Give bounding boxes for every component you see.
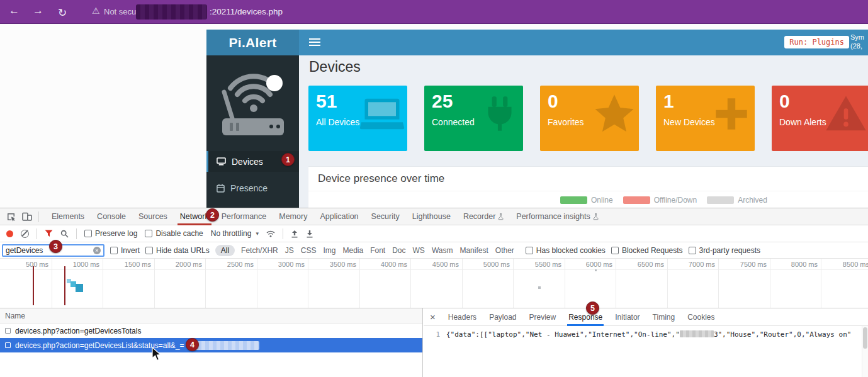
tick-label: 4500 ms bbox=[432, 261, 459, 268]
disable-cache-checkbox[interactable]: Disable cache bbox=[145, 229, 203, 238]
filter-type-other[interactable]: Other bbox=[495, 246, 515, 255]
network-filter-input[interactable] bbox=[6, 246, 86, 255]
checkbox-icon bbox=[689, 247, 696, 254]
url-text[interactable]: :20211/devices.php bbox=[210, 7, 283, 16]
pialert-logo[interactable]: Pi.Alert bbox=[206, 30, 299, 55]
sidebar-item-presence[interactable]: Presence bbox=[206, 177, 299, 198]
tab-application[interactable]: Application bbox=[313, 208, 364, 225]
invert-checkbox[interactable]: Invert bbox=[110, 246, 140, 255]
experiment-flask-icon bbox=[498, 213, 504, 220]
tab-initiator[interactable]: Initiator bbox=[609, 308, 646, 326]
gridline bbox=[205, 259, 206, 308]
tab-console[interactable]: Console bbox=[91, 208, 132, 225]
request-name-column-header[interactable]: Name bbox=[0, 308, 422, 324]
device-toolbar-icon[interactable] bbox=[22, 212, 32, 221]
tab-timing[interactable]: Timing bbox=[646, 308, 682, 326]
blocked-requests-checkbox[interactable]: Blocked Requests bbox=[611, 246, 683, 255]
has-blocked-cookies-checkbox[interactable]: Has blocked cookies bbox=[526, 246, 606, 255]
checkbox-label: Disable cache bbox=[155, 229, 203, 238]
back-icon[interactable]: ← bbox=[9, 4, 20, 17]
tab-response[interactable]: Response bbox=[562, 308, 609, 326]
gridline bbox=[103, 259, 103, 308]
filter-type-js[interactable]: JS bbox=[285, 246, 295, 255]
refresh-icon[interactable]: ↻ bbox=[58, 6, 67, 20]
record-icon[interactable] bbox=[6, 230, 13, 237]
filter-type-media[interactable]: Media bbox=[342, 246, 364, 255]
legend-item-offline[interactable]: Offline/Down bbox=[623, 196, 697, 205]
filter-type-font[interactable]: Font bbox=[369, 246, 386, 255]
throttling-value: No throttling bbox=[211, 229, 252, 238]
annotation-badge-1: 1 bbox=[281, 153, 295, 166]
tick-label: 6000 ms bbox=[586, 261, 612, 268]
tab-performance-insights[interactable]: Performance insights bbox=[510, 208, 604, 225]
star-icon bbox=[592, 93, 636, 136]
card-down-alerts[interactable]: 0 Down Alerts bbox=[772, 86, 868, 151]
scrollbar[interactable] bbox=[862, 326, 868, 377]
tab-recorder[interactable]: Recorder bbox=[457, 208, 510, 225]
card-favorites[interactable]: 0 Favorites bbox=[540, 86, 639, 151]
card-all-devices[interactable]: 51 All Devices bbox=[308, 86, 407, 151]
request-row[interactable]: devices.php?action=getDevicesTotals bbox=[0, 324, 422, 338]
not-secure-warning-icon[interactable]: ⚠ bbox=[92, 6, 100, 16]
preserve-log-checkbox[interactable]: Preserve log bbox=[84, 229, 137, 238]
tab-headers[interactable]: Headers bbox=[442, 308, 483, 326]
filter-funnel-icon[interactable] bbox=[45, 230, 53, 237]
run-plugins-button[interactable]: Run: Plugins bbox=[784, 36, 849, 48]
export-har-icon[interactable] bbox=[306, 230, 313, 238]
tab-lighthouse[interactable]: Lighthouse bbox=[406, 208, 457, 225]
divider bbox=[283, 228, 283, 239]
annotation-badge-4: 4 bbox=[186, 338, 199, 351]
tick-label: 1000 ms bbox=[73, 261, 99, 268]
tab-memory[interactable]: Memory bbox=[273, 208, 313, 225]
third-party-requests-checkbox[interactable]: 3rd-party requests bbox=[689, 246, 760, 255]
tab-payload[interactable]: Payload bbox=[483, 308, 522, 326]
tab-performance[interactable]: Performance bbox=[215, 208, 273, 225]
tick-label: 2000 ms bbox=[176, 261, 202, 268]
checkbox-label: Blocked Requests bbox=[622, 246, 683, 255]
devtools-panel: Elements Console Sources Network Perform… bbox=[0, 208, 868, 377]
import-har-icon[interactable] bbox=[291, 230, 298, 238]
annotation-badge-3: 3 bbox=[49, 240, 62, 253]
request-row-selected[interactable]: devices.php?action=getDevicesList&status… bbox=[0, 338, 422, 352]
legend-item-online[interactable]: Online bbox=[560, 196, 613, 205]
tab-elements[interactable]: Elements bbox=[45, 208, 91, 225]
card-connected[interactable]: 25 Connected bbox=[424, 86, 523, 151]
response-prefix: {"data":[["laptop","Net - Huawei","Inter… bbox=[446, 330, 680, 339]
legend-item-archived[interactable]: Archived bbox=[707, 196, 767, 205]
card-new-devices[interactable]: 1 New Devices bbox=[656, 86, 755, 151]
tick-label: 500 ms bbox=[26, 261, 48, 268]
throttling-select[interactable]: No throttling ▾ bbox=[211, 229, 259, 238]
legend-label: Online bbox=[591, 196, 613, 205]
forward-icon[interactable]: → bbox=[33, 4, 43, 17]
filter-type-all[interactable]: All bbox=[215, 245, 235, 256]
scrollbar-thumb[interactable] bbox=[863, 327, 867, 349]
filter-type-ws[interactable]: WS bbox=[412, 246, 426, 255]
network-conditions-icon[interactable] bbox=[266, 230, 275, 237]
hamburger-icon[interactable] bbox=[309, 38, 320, 48]
checkbox-label: Hide data URLs bbox=[156, 246, 210, 255]
gridline bbox=[821, 259, 821, 308]
search-icon[interactable] bbox=[60, 230, 69, 238]
response-body[interactable]: 1 {"data":[["laptop","Net - Huawei","Int… bbox=[424, 326, 862, 377]
clear-filter-icon[interactable]: × bbox=[93, 247, 101, 254]
network-overview-timeline[interactable]: 500 ms 1000 ms 1500 ms 2000 ms 2500 ms 3… bbox=[0, 259, 868, 308]
hide-data-urls-checkbox[interactable]: Hide data URLs bbox=[145, 246, 210, 255]
inspect-icon[interactable] bbox=[6, 212, 16, 222]
close-icon[interactable]: × bbox=[430, 308, 436, 326]
filter-type-fetchxhr[interactable]: Fetch/XHR bbox=[240, 246, 279, 255]
filter-type-manifest[interactable]: Manifest bbox=[459, 246, 488, 255]
checkbox-label: Invert bbox=[121, 246, 140, 255]
tab-sources[interactable]: Sources bbox=[132, 208, 174, 225]
filter-type-img[interactable]: Img bbox=[322, 246, 336, 255]
filter-type-wasm[interactable]: Wasm bbox=[431, 246, 454, 255]
tab-preview[interactable]: Preview bbox=[523, 308, 563, 326]
checkbox-icon bbox=[110, 247, 118, 254]
tick-label: 3500 ms bbox=[330, 261, 356, 268]
gridline bbox=[513, 259, 514, 308]
filter-type-css[interactable]: CSS bbox=[300, 246, 317, 255]
tab-cookies[interactable]: Cookies bbox=[681, 308, 721, 326]
tab-security[interactable]: Security bbox=[365, 208, 406, 225]
clear-icon[interactable] bbox=[21, 230, 29, 238]
filter-type-doc[interactable]: Doc bbox=[392, 246, 406, 255]
sidebar-item-label: Devices bbox=[232, 157, 263, 167]
